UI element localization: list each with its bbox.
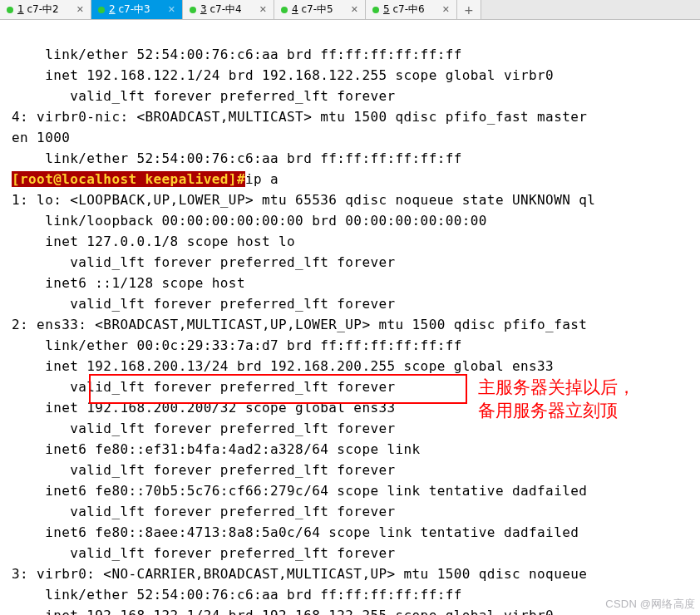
close-icon[interactable]: ✕ xyxy=(442,4,450,15)
term-line: 4: virbr0-nic: <BROADCAST,MULTICAST> mtu… xyxy=(12,109,587,125)
term-line: 3: virbr0: <NO-CARRIER,BROADCAST,MULTICA… xyxy=(12,566,595,582)
tab-label: c7-中3 xyxy=(118,3,150,15)
tab-label: c7-中2 xyxy=(27,3,58,15)
term-line: inet6 ::1/128 scope host xyxy=(12,275,245,291)
term-line: inet6 fe80::8aee:4713:8a8:5a0c/64 scope … xyxy=(12,524,579,540)
tab-c7-5[interactable]: 4 c7-中5 ✕ xyxy=(274,0,366,19)
tab-c7-4[interactable]: 3 c7-中4 ✕ xyxy=(183,0,274,19)
status-dot-icon xyxy=(281,7,288,13)
tab-number: 1 xyxy=(17,3,24,15)
tab-number: 3 xyxy=(200,3,207,15)
term-line: inet 192.168.200.200/32 scope global ens… xyxy=(12,400,396,416)
close-icon[interactable]: ✕ xyxy=(76,4,84,15)
term-line: inet 192.168.122.1/24 brd 192.168.122.25… xyxy=(12,608,554,615)
tab-number: 2 xyxy=(109,3,116,15)
term-line: valid_lft forever preferred_lft forever xyxy=(12,504,396,519)
status-dot-icon xyxy=(7,7,13,13)
close-icon[interactable]: ✕ xyxy=(351,4,358,15)
watermark: CSDN @网络高度 xyxy=(605,597,695,612)
term-line: valid_lft forever preferred_lft forever xyxy=(12,296,396,312)
tab-number: 5 xyxy=(383,3,390,15)
term-line: 1: lo: <LOOPBACK,UP,LOWER_UP> mtu 65536 … xyxy=(12,192,595,208)
term-line: valid_lft forever preferred_lft forever xyxy=(12,379,396,395)
plus-icon: + xyxy=(464,3,474,17)
term-line: inet6 fe80::70b5:5c76:cf66:279c/64 scope… xyxy=(12,483,587,499)
shell-prompt: [root@localhost keepalived]# xyxy=(12,171,245,187)
close-icon[interactable]: ✕ xyxy=(168,4,175,15)
term-line: valid_lft forever preferred_lft forever xyxy=(12,545,396,561)
term-line: link/ether 00:0c:29:33:7a:d7 brd ff:ff:f… xyxy=(12,337,462,353)
add-tab-button[interactable]: + xyxy=(457,0,481,19)
tab-label: c7-中6 xyxy=(392,3,424,15)
tab-number: 4 xyxy=(292,3,298,15)
status-dot-icon xyxy=(190,7,196,13)
term-line: en 1000 xyxy=(12,130,70,145)
term-line: valid_lft forever preferred_lft forever xyxy=(12,254,396,270)
tab-c7-6[interactable]: 5 c7-中6 ✕ xyxy=(366,0,457,19)
term-line: valid_lft forever preferred_lft forever xyxy=(12,462,396,478)
close-icon[interactable]: ✕ xyxy=(259,4,267,15)
tab-label: c7-中4 xyxy=(210,3,241,15)
terminal-output[interactable]: link/ether 52:54:00:76:c6:aa brd ff:ff:f… xyxy=(0,20,700,615)
term-line: valid_lft forever preferred_lft forever xyxy=(12,421,396,436)
term-line: 2: ens33: <BROADCAST,MULTICAST,UP,LOWER_… xyxy=(12,317,595,332)
term-line: inet 127.0.0.1/8 scope host lo xyxy=(12,234,295,249)
status-dot-icon xyxy=(98,7,105,13)
term-line: inet 192.168.200.13/24 brd 192.168.200.2… xyxy=(12,358,554,374)
tab-bar: 1 c7-中2 ✕ 2 c7-中3 ✕ 3 c7-中4 ✕ 4 c7-中5 ✕ … xyxy=(0,0,700,20)
tab-c7-3[interactable]: 2 c7-中3 ✕ xyxy=(91,0,183,19)
tab-label: c7-中5 xyxy=(301,3,333,15)
tab-c7-2[interactable]: 1 c7-中2 ✕ xyxy=(0,0,91,19)
term-line: link/ether 52:54:00:76:c6:aa brd ff:ff:f… xyxy=(12,587,462,603)
term-line: link/ether 52:54:00:76:c6:aa brd ff:ff:f… xyxy=(12,47,462,62)
term-line: valid_lft forever preferred_lft forever xyxy=(12,88,396,104)
term-line: inet 192.168.122.1/24 brd 192.168.122.25… xyxy=(12,67,554,83)
status-dot-icon xyxy=(372,7,379,13)
term-line: inet6 fe80::ef31:b4fa:4ad2:a328/64 scope… xyxy=(12,441,421,457)
shell-command: ip a xyxy=(245,171,279,187)
term-line: link/loopback 00:00:00:00:00:00 brd 00:0… xyxy=(12,213,487,229)
term-line: link/ether 52:54:00:76:c6:aa brd ff:ff:f… xyxy=(12,150,462,166)
